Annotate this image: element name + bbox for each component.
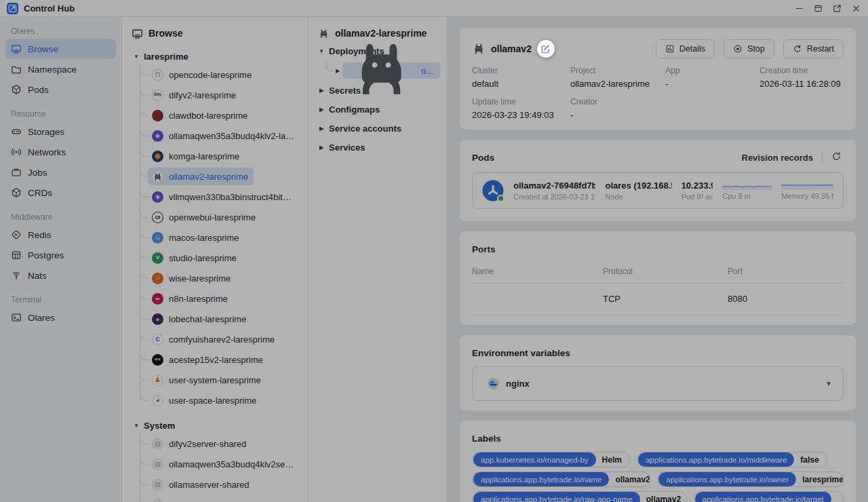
tree-item-services[interactable]: ▶Services [315, 138, 440, 157]
browse-group-label: System [144, 421, 175, 431]
edit-button[interactable] [537, 40, 555, 58]
browse-item-ollamaqwen35a3budq4klv2-laresprime[interactable]: ∗ollamaqwen35a3budq4klv2-laresprime [129, 125, 301, 146]
tree-connector [140, 249, 148, 258]
stop-button[interactable]: Stop [724, 39, 774, 58]
browse-item-inner: ▧difyv2server-shared [148, 435, 252, 452]
browse-item-macos-laresprime[interactable]: ☺macos-laresprime [129, 227, 301, 248]
restart-button[interactable]: Restart [783, 39, 844, 58]
close-button[interactable] [850, 3, 861, 14]
app-icon-glyph: ∗ [155, 193, 161, 201]
sidebar-item-label: Storages [28, 127, 64, 137]
sidebar-item-label: CRDs [28, 188, 52, 198]
browse-item-vllmqwen330ba3binstruct4bitv2-laresprime[interactable]: ∗vllmqwen330ba3binstruct4bitv2-laresprim… [129, 187, 301, 207]
caret-right-icon: ▶ [318, 88, 325, 94]
labels-title: Labels [472, 430, 844, 446]
field-value: - [665, 79, 760, 89]
app-icon: ♟ [152, 374, 163, 386]
pod-running-dot [497, 195, 505, 202]
pod-row[interactable]: ollamav2-76948fd7b7-s5z... Created at 20… [472, 172, 844, 209]
tree-item-label: Services [329, 142, 366, 153]
details-icon [665, 44, 675, 54]
tree-connector [140, 391, 148, 401]
env-card: Environment variables nginx ▼ [460, 335, 856, 410]
sidebar-item-nats[interactable]: Nats [5, 265, 116, 286]
app-icon-glyph: V [156, 255, 159, 260]
browse-item-label: vllmqwen330ba3bv2server-shared [169, 500, 296, 502]
browse-item-difyv2-laresprime[interactable]: Difydifyv2-laresprime [129, 85, 301, 105]
browse-item-n8n-laresprime[interactable]: ∞n8n-laresprime [129, 288, 301, 309]
app-icon-glyph: ▧ [155, 461, 161, 467]
details-button[interactable]: Details [656, 39, 715, 58]
tree-item-ollamav2[interactable]: ▶ollamav2 [315, 60, 440, 81]
caret-right-icon: ▶ [318, 144, 325, 151]
field-value: ollamav2-laresprime [570, 79, 665, 89]
sidebar-item-storages[interactable]: Storages [5, 121, 116, 142]
sidebar-item-label: Namespace [28, 64, 77, 75]
sidebar-item-namespace[interactable]: Namespace [5, 59, 116, 79]
sidebar-item-crds[interactable]: CRDs [5, 182, 116, 203]
nats-icon [11, 270, 22, 281]
browse-item-studio-laresprime[interactable]: Vstudio-laresprime [129, 248, 301, 268]
browse-item-ollamaqwen35a3budq4klv2server-shared[interactable]: ▧ollamaqwen35a3budq4klv2server-shared [129, 454, 301, 474]
minimize-button[interactable] [793, 3, 804, 14]
caret-down-icon: ▼ [133, 423, 140, 429]
env-container-row[interactable]: nginx ▼ [472, 366, 844, 401]
tree-item-service-accounts[interactable]: ▶Service accounts [315, 119, 440, 138]
ports-row: TCP8080 [472, 284, 844, 315]
app-icon-glyph: C [155, 336, 160, 343]
popout-button[interactable] [831, 3, 842, 14]
app-icon: ☺ [152, 232, 163, 244]
title-bar: Control Hub [0, 0, 868, 17]
label-key: applications.app.bytetrade.io/owner [658, 472, 796, 486]
browse-item-inner: ◆lobechat-laresprime [148, 310, 252, 328]
maximize-button[interactable] [812, 3, 823, 14]
tree-selected-item[interactable]: ollamav2 [342, 62, 440, 79]
browse-item-comfyuisharev2-laresprime[interactable]: Ccomfyuisharev2-laresprime [129, 329, 301, 349]
revision-records-link[interactable]: Revision records [742, 153, 814, 163]
browse-item-clawdbot-laresprime[interactable]: clawdbot-laresprime [129, 105, 301, 125]
browse-item-label: lobechat-laresprime [169, 314, 246, 324]
sidebar-section-label: Terminal [5, 294, 116, 307]
refresh-icon[interactable] [831, 151, 844, 163]
browse-item-ollamaserver-shared[interactable]: ▧ollamaserver-shared [129, 474, 301, 495]
browse-item-difyv2server-shared[interactable]: ▧difyv2server-shared [129, 433, 301, 454]
detail-actions: DetailsStopRestart [656, 39, 844, 58]
browse-item-label: n8n-laresprime [169, 294, 228, 304]
field-value: 2026-03-11 16:28:09 [760, 79, 844, 89]
label-value: ollamav2 [641, 495, 686, 502]
field-value: - [570, 110, 665, 120]
sidebar-item-redis[interactable]: Redis [5, 225, 116, 245]
app-icon-glyph: □ [155, 71, 159, 78]
browse-item-ollamav2-laresprime[interactable]: ollamav2-laresprime [129, 166, 301, 187]
browse-item-label: wise-laresprime [169, 273, 231, 284]
browse-item-wise-laresprime[interactable]: □wise-laresprime [129, 268, 301, 288]
sidebar-item-label: Olares [28, 313, 55, 323]
browse-item-user-space-laresprime[interactable]: ◕user-space-laresprime [129, 390, 301, 410]
app-icon-glyph: ▧ [155, 482, 161, 488]
browse-item-opencode-laresprime[interactable]: □opencode-laresprime [129, 64, 301, 85]
ports-header-row: NameProtocolPort [472, 263, 844, 284]
sidebar-item-label: Browse [28, 44, 58, 54]
browse-item-vllmqwen330ba3bv2server-shared[interactable]: ▧vllmqwen330ba3bv2server-shared [129, 495, 301, 502]
browse-item-user-system-laresprime[interactable]: ♟user-system-laresprime [129, 370, 301, 390]
jobs-icon [11, 167, 22, 178]
browse-item-acestep15v2-laresprime[interactable]: ACEacestep15v2-laresprime [129, 349, 301, 370]
browse-item-lobechat-laresprime[interactable]: ◆lobechat-laresprime [129, 309, 301, 329]
browse-group-laresprime[interactable]: ▼laresprime [129, 48, 301, 64]
browse-item-komga-laresprime[interactable]: komga-laresprime [129, 146, 301, 166]
browse-item-inner: □opencode-laresprime [148, 66, 257, 83]
field-creator: Creator- [570, 97, 665, 120]
sidebar-item-pods[interactable]: Pods [5, 79, 116, 100]
sidebar-item-jobs[interactable]: Jobs [5, 162, 116, 182]
app-icon-glyph: ☺ [154, 234, 161, 241]
browse-item-openwebui-laresprime[interactable]: OIopenwebui-laresprime [129, 207, 301, 227]
field-label: Creation time [760, 66, 844, 75]
sidebar-item-olares[interactable]: Olares [5, 307, 116, 328]
sidebar-item-networks[interactable]: Networks [5, 142, 116, 162]
browse-item-inner: ▧ollamaserver-shared [148, 476, 255, 493]
ports-table: NameProtocolPort TCP8080 [472, 263, 844, 315]
caret-down-icon: ▼ [318, 48, 325, 54]
browse-group-system[interactable]: ▼System [129, 417, 301, 433]
sidebar-item-postgres[interactable]: Postgres [5, 245, 116, 265]
sidebar-item-browse[interactable]: Browse [5, 39, 116, 59]
